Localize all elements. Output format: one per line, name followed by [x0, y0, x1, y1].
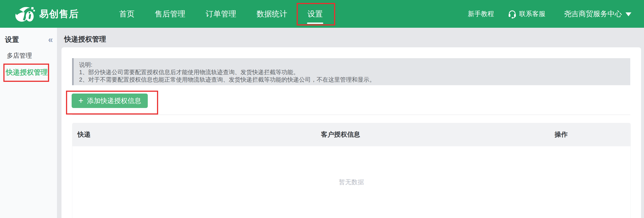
main-content: 快递授权管理 说明: 1、部分快递公司需要配置授权信息后才能使用物流轨迹查询、发…	[57, 28, 644, 218]
nav-item-aftersale[interactable]: 售后管理	[155, 0, 186, 28]
table-body: 暂无数据	[72, 146, 631, 218]
chevron-down-icon	[626, 13, 632, 16]
top-bar-right: 新手教程 联系客服 尧吉商贸服务中心	[468, 0, 632, 28]
sidebar-header: 设置 «	[0, 28, 57, 44]
notice-line: 2、对于不需要配置授权信息也能正常使用物流轨迹查询、发货快递拦截等功能的快递公司…	[79, 76, 625, 83]
column-header-actions: 操作	[554, 123, 568, 146]
notice-box: 说明: 1、部分快递公司需要配置授权信息后才能使用物流轨迹查询、发货快递拦截等功…	[72, 58, 630, 85]
sidebar-item-multistore[interactable]: 多店管理	[7, 51, 32, 60]
tutorial-link[interactable]: 新手教程	[468, 10, 494, 19]
table-header-row: 快递 客户授权信息 操作	[72, 123, 631, 146]
nav-item-label: 售后管理	[155, 9, 186, 19]
nav-item-label: 订单管理	[206, 9, 236, 19]
sidebar-item-express-auth[interactable]: 快递授权管理	[6, 68, 48, 77]
brand-logo-icon	[14, 6, 35, 23]
headset-icon	[508, 10, 516, 19]
support-label: 联系客服	[519, 10, 545, 19]
top-nav: 首页 售后管理 订单管理 数据统计 设置	[119, 0, 323, 28]
add-express-auth-button[interactable]: + 添加快递授权信息	[72, 94, 148, 108]
notice-heading: 说明:	[79, 61, 625, 69]
column-header-auth-info: 客户授权信息	[321, 123, 360, 146]
plus-icon: +	[78, 96, 83, 105]
brand-name: 易创售后	[39, 8, 79, 20]
nav-item-settings[interactable]: 设置	[308, 0, 323, 28]
nav-item-statistics[interactable]: 数据统计	[256, 0, 287, 28]
notice-line: 1、部分快递公司需要配置授权信息后才能使用物流轨迹查询、发货快递拦截等功能。	[79, 69, 625, 76]
sidebar: 设置 « 多店管理 快递授权管理	[0, 28, 57, 218]
account-menu[interactable]: 尧吉商贸服务中心	[564, 9, 632, 19]
contact-support-link[interactable]: 联系客服	[508, 10, 545, 19]
nav-item-orders[interactable]: 订单管理	[206, 0, 236, 28]
add-button-label: 添加快递授权信息	[87, 96, 141, 106]
nav-item-label: 设置	[308, 9, 323, 19]
account-name: 尧吉商贸服务中心	[564, 9, 622, 19]
empty-state-text: 暂无数据	[339, 178, 364, 186]
page-title: 快递授权管理	[64, 35, 106, 44]
sidebar-title: 设置	[5, 35, 19, 44]
brand[interactable]: 易创售后	[14, 0, 79, 28]
express-auth-table: 快递 客户授权信息 操作 暂无数据	[72, 123, 631, 218]
top-nav-bar: 易创售后 首页 售后管理 订单管理 数据统计 设置 新手教程	[0, 0, 644, 28]
nav-item-label: 首页	[119, 9, 134, 19]
nav-item-label: 数据统计	[256, 9, 287, 19]
active-nav-underline	[307, 23, 323, 24]
sidebar-collapse-icon[interactable]: «	[48, 35, 53, 44]
content-card: 说明: 1、部分快递公司需要配置授权信息后才能使用物流轨迹查询、发货快递拦截等功…	[62, 47, 641, 218]
toolbar-divider	[72, 115, 630, 115]
nav-item-home[interactable]: 首页	[119, 0, 134, 28]
column-header-express: 快递	[78, 123, 90, 146]
